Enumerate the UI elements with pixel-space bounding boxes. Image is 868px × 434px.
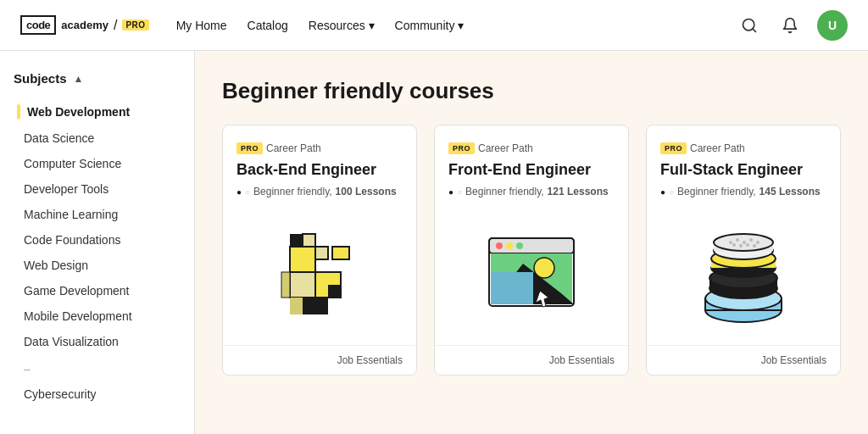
card-front-end-engineer[interactable]: PRO Career Path Front-End Engineer ● ○ B… (434, 125, 629, 376)
main-nav: My Home Catalog Resources ▾ Community ▾ (176, 19, 709, 32)
card-footer: Job Essentials (223, 345, 416, 375)
sidebar-item-label: Computer Science (24, 157, 121, 170)
main-header: codeacademy / PRO My Home Catalog Resour… (0, 0, 868, 51)
svg-rect-10 (332, 247, 349, 259)
sidebar: Subjects ▲ Web Development Data Science … (0, 51, 195, 434)
bell-icon (782, 17, 798, 34)
pro-tag: PRO (448, 142, 475, 154)
svg-rect-4 (290, 247, 315, 272)
card-friendly: Beginner friendly, (253, 186, 332, 198)
card-meta: ● ○ Beginner friendly, 100 Lessons (236, 186, 403, 198)
logo[interactable]: codeacademy / PRO (20, 15, 149, 35)
card-title: Full-Stack Engineer (660, 161, 826, 179)
svg-point-39 (756, 241, 760, 244)
card-footer: Job Essentials (647, 345, 840, 375)
sidebar-item-web-design[interactable]: Web Design (14, 253, 181, 277)
card-header: PRO Career Path Front-End Engineer ● ○ B… (435, 125, 628, 208)
badge-label: Career Path (690, 142, 745, 154)
card-illustration-fullstack (647, 208, 840, 345)
svg-point-35 (729, 241, 732, 244)
nav-my-home[interactable]: My Home (176, 19, 227, 32)
dot-filled-icon: ● (448, 187, 453, 197)
logo-slash: / (114, 18, 117, 33)
card-illustration-frontend (435, 208, 628, 345)
svg-rect-12 (303, 234, 315, 247)
svg-point-40 (732, 243, 736, 247)
sidebar-item-label: Data Visualization (24, 335, 119, 348)
card-header: PRO Career Path Full-Stack Engineer ● ○ … (647, 125, 840, 208)
sidebar-item-machine-learning[interactable]: Machine Learning (14, 203, 181, 226)
logo-pro: PRO (122, 19, 148, 31)
search-icon (741, 17, 758, 34)
pro-tag: PRO (236, 142, 263, 154)
sidebar-item-data-science[interactable]: Data Science (14, 126, 181, 150)
sidebar-item-data-visualization[interactable]: Data Visualization (14, 330, 181, 353)
sidebar-item-label: Mobile Development (24, 309, 132, 323)
header-right: U (736, 10, 848, 41)
card-illustration-backend (223, 208, 416, 345)
cards-grid: PRO Career Path Back-End Engineer ● ○ Be… (222, 125, 841, 376)
svg-rect-7 (290, 298, 303, 314)
section-title: Beginner friendly courses (222, 78, 841, 104)
card-title: Back-End Engineer (236, 161, 403, 179)
svg-point-42 (746, 243, 749, 247)
svg-line-1 (753, 28, 756, 31)
svg-point-16 (506, 242, 513, 249)
card-lessons: 145 Lessons (760, 186, 821, 198)
pro-tag: PRO (660, 142, 687, 154)
pro-badge: PRO Career Path (660, 142, 745, 154)
card-lessons: 121 Lessons (548, 186, 609, 198)
sidebar-divider: – (14, 355, 181, 382)
badge-label: Career Path (478, 142, 533, 154)
sidebar-item-label: Developer Tools (24, 182, 108, 196)
sidebar-item-label: Web Development (27, 105, 130, 119)
card-meta: ● ○ Beginner friendly, 145 Lessons (660, 186, 826, 198)
search-button[interactable] (736, 12, 763, 39)
pro-badge: PRO Career Path (236, 142, 321, 154)
card-header: PRO Career Path Back-End Engineer ● ○ Be… (223, 125, 416, 208)
nav-community[interactable]: Community ▾ (395, 19, 465, 32)
sidebar-item-computer-science[interactable]: Computer Science (14, 152, 181, 175)
card-friendly: Beginner friendly, (677, 186, 756, 198)
svg-point-41 (739, 244, 743, 248)
nav-catalog[interactable]: Catalog (248, 19, 288, 32)
svg-point-38 (749, 238, 753, 242)
page-layout: Subjects ▲ Web Development Data Science … (0, 51, 868, 434)
chevron-up-icon[interactable]: ▲ (74, 73, 84, 85)
svg-rect-8 (328, 285, 341, 298)
dot-filled-icon: ● (660, 187, 665, 197)
badge-label: Career Path (266, 142, 321, 154)
sidebar-item-game-development[interactable]: Game Development (14, 279, 181, 303)
sidebar-item-code-foundations[interactable]: Code Foundations (14, 228, 181, 252)
card-footer: Job Essentials (435, 345, 628, 375)
card-title: Front-End Engineer (448, 161, 615, 179)
sidebar-item-developer-tools[interactable]: Developer Tools (14, 177, 181, 201)
sidebar-item-label: Data Science (24, 131, 94, 145)
subjects-header: Subjects ▲ (14, 71, 181, 86)
sidebar-item-label: Code Foundations (24, 233, 120, 247)
sidebar-item-cybersecurity[interactable]: Cybersecurity (14, 382, 181, 406)
subjects-title: Subjects (14, 71, 67, 86)
svg-rect-21 (491, 272, 533, 304)
sidebar-item-label: Cybersecurity (24, 387, 97, 401)
svg-rect-2 (290, 272, 315, 298)
sidebar-item-mobile-development[interactable]: Mobile Development (14, 304, 181, 328)
card-friendly: Beginner friendly, (465, 186, 544, 198)
nav-resources[interactable]: Resources ▾ (309, 19, 375, 32)
main-content: Beginner friendly courses PRO Career Pat… (195, 51, 868, 434)
card-meta: ● ○ Beginner friendly, 121 Lessons (448, 186, 615, 198)
sidebar-item-label: Machine Learning (24, 208, 118, 221)
card-back-end-engineer[interactable]: PRO Career Path Back-End Engineer ● ○ Be… (222, 125, 417, 376)
svg-rect-9 (281, 272, 290, 298)
svg-rect-5 (315, 247, 328, 259)
sidebar-item-web-development[interactable]: Web Development (14, 99, 181, 125)
active-indicator (17, 104, 20, 120)
avatar[interactable]: U (817, 10, 848, 41)
logo-code: code (20, 15, 56, 35)
sidebar-item-label: Game Development (24, 284, 130, 298)
card-full-stack-engineer[interactable]: PRO Career Path Full-Stack Engineer ● ○ … (646, 125, 841, 376)
notification-button[interactable] (776, 12, 804, 39)
dot-empty-icon: ○ (457, 187, 462, 197)
svg-point-43 (753, 244, 756, 248)
sidebar-item-label: Web Design (24, 259, 88, 272)
